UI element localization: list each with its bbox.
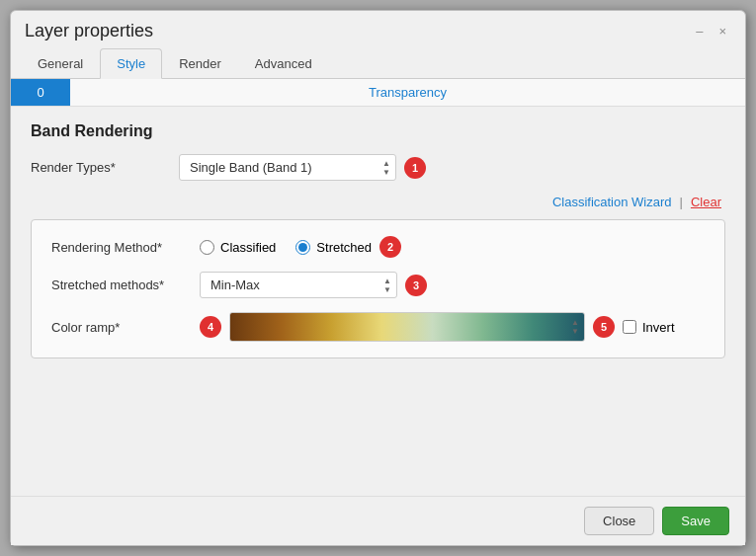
color-ramp-label: Color ramp*: [51, 320, 200, 335]
stretched-radio-item[interactable]: Stretched: [295, 240, 372, 255]
classified-radio-item[interactable]: Classified: [200, 240, 276, 255]
stretched-methods-badge: 3: [405, 275, 427, 296]
invert-group: Invert: [623, 320, 675, 335]
transparency-bar: 0 Transparency: [11, 79, 745, 107]
render-types-control: Single Band (Band 1) ▲▼ 1: [179, 154, 725, 181]
stretched-methods-select-wrapper: Min-Max ▲▼: [200, 272, 397, 298]
tab-render[interactable]: Render: [162, 48, 238, 79]
stretched-methods-label: Stretched methods*: [51, 278, 200, 292]
classified-radio[interactable]: [200, 240, 214, 255]
classified-label: Classified: [220, 240, 276, 255]
render-types-select[interactable]: Single Band (Band 1): [179, 154, 396, 181]
invert-checkbox[interactable]: [623, 320, 636, 334]
color-ramp-row: Color ramp* 4 ▲▼ 5 Invert: [51, 312, 705, 342]
render-types-label: Render Types*: [31, 160, 179, 175]
color-ramp-badge: 4: [200, 316, 221, 338]
main-content: Band Rendering Render Types* Single Band…: [11, 107, 745, 496]
clear-link[interactable]: Clear: [691, 195, 721, 209]
color-ramp-control: 4 ▲▼ 5 Invert: [200, 312, 705, 342]
close-icon[interactable]: ×: [714, 22, 731, 40]
invert-label: Invert: [642, 320, 675, 335]
stretched-methods-select[interactable]: Min-Max: [200, 272, 397, 298]
separator: |: [680, 195, 683, 209]
render-types-select-wrapper: Single Band (Band 1) ▲▼: [179, 154, 396, 181]
transparency-label: Transparency: [70, 79, 745, 106]
stretched-methods-row: Stretched methods* Min-Max ▲▼ 3: [51, 272, 705, 298]
invert-badge: 5: [593, 316, 615, 338]
color-ramp-display[interactable]: [229, 312, 585, 342]
rendering-inner-box: Rendering Method* Classified Stretched 2: [31, 219, 725, 358]
layer-properties-dialog: Layer properties – × General Style Rende…: [10, 10, 746, 546]
transparency-value-btn[interactable]: 0: [11, 79, 70, 106]
rendering-method-badge: 2: [379, 236, 401, 258]
stretched-radio[interactable]: [295, 240, 310, 255]
title-bar-controls: – ×: [691, 22, 731, 40]
rendering-method-control: Classified Stretched 2: [200, 236, 705, 258]
minimize-icon[interactable]: –: [691, 22, 708, 40]
classification-wizard-link[interactable]: Classification Wizard: [552, 195, 672, 209]
dialog-title: Layer properties: [25, 21, 153, 41]
tabs-bar: General Style Render Advanced: [11, 47, 745, 79]
tab-general[interactable]: General: [21, 48, 100, 79]
render-types-badge: 1: [404, 157, 426, 179]
tab-advanced[interactable]: Advanced: [238, 48, 329, 79]
rendering-method-radio-group: Classified Stretched: [200, 240, 372, 255]
footer: Close Save: [11, 496, 745, 545]
rendering-method-row: Rendering Method* Classified Stretched 2: [51, 236, 705, 258]
render-types-row: Render Types* Single Band (Band 1) ▲▼ 1: [31, 154, 725, 181]
title-bar: Layer properties – ×: [11, 11, 745, 47]
color-ramp-wrapper: ▲▼: [229, 312, 585, 342]
save-button[interactable]: Save: [662, 507, 729, 535]
wizard-row: Classification Wizard | Clear: [31, 195, 725, 209]
close-button[interactable]: Close: [584, 507, 654, 535]
stretched-label: Stretched: [316, 240, 372, 255]
band-rendering-title: Band Rendering: [31, 122, 725, 140]
stretched-methods-control: Min-Max ▲▼ 3: [200, 272, 705, 298]
rendering-method-label: Rendering Method*: [51, 240, 200, 255]
tab-style[interactable]: Style: [100, 48, 162, 79]
